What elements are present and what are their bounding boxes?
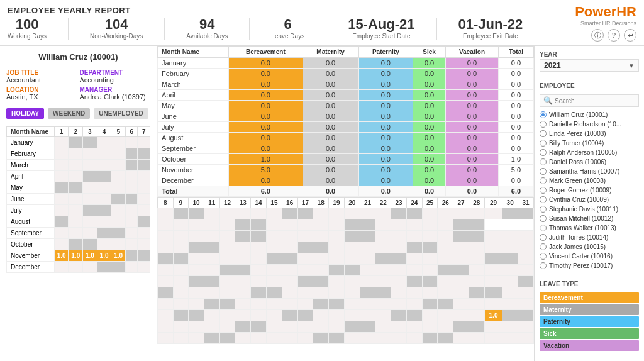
paternity-cell: 0.0: [358, 122, 413, 133]
center-area: Month Name Bereavement Maternity Paterni…: [157, 46, 534, 361]
cal-day-header-26: 26: [438, 198, 453, 208]
emp-radio[interactable]: [540, 187, 547, 194]
leave-table-row: November 5.0 0.0 0.0 0.0 0.0 5.0: [158, 165, 534, 175]
manager-label: MANAGER: [80, 86, 151, 93]
cal-cell: [189, 333, 204, 344]
month-cell: June: [158, 111, 229, 122]
emp-radio[interactable]: [540, 121, 547, 128]
employee-list-item[interactable]: Thomas Walker (10013): [540, 224, 639, 232]
brand-name: PowerHR: [575, 4, 636, 20]
employee-list-item[interactable]: Billy Turner (10004): [540, 139, 639, 147]
cal-cell: [313, 276, 329, 287]
cal-cell: [83, 239, 97, 250]
cal-cell: [297, 208, 313, 219]
cal-cell: [422, 231, 438, 242]
employee-list-item[interactable]: Ralph Anderson (10005): [540, 148, 639, 157]
cal-cell: [173, 310, 189, 321]
unemployed-button[interactable]: UNEMPLOYED: [94, 108, 148, 119]
cal-cell: [54, 171, 69, 182]
leave-type-item[interactable]: Sick: [540, 328, 639, 339]
cal-cell: [54, 262, 69, 273]
employee-search-input[interactable]: [555, 97, 635, 104]
cal-cell: [204, 219, 219, 231]
cal-cell: [204, 242, 219, 253]
employee-list-item[interactable]: Daniel Ross (10006): [540, 158, 639, 166]
emp-radio[interactable]: [540, 140, 547, 147]
cal-day-header-15: 15: [267, 198, 282, 208]
employee-list-item[interactable]: Mark Green (10008): [540, 177, 639, 185]
month-name-cell: June: [7, 194, 55, 205]
cal-day-header-17: 17: [297, 198, 313, 208]
brand: PowerHR Smarter HR Decisions ⓘ ? ↩: [575, 4, 636, 42]
employee-list-item[interactable]: William Cruz (10001): [540, 111, 639, 119]
cal-cell: [375, 219, 391, 231]
emp-radio[interactable]: [540, 215, 547, 222]
month-name-cell: January: [7, 137, 55, 148]
emp-radio[interactable]: [540, 234, 547, 241]
emp-radio[interactable]: [540, 196, 547, 203]
employee-list-item[interactable]: Roger Gomez (10009): [540, 186, 639, 194]
employee-list-item[interactable]: Danielle Richardson (10...: [540, 120, 639, 128]
cal-cell: [484, 287, 502, 299]
leave-type-item[interactable]: Maternity: [540, 304, 639, 315]
vacation-cell: 0.0: [446, 165, 499, 175]
emp-radio[interactable]: [540, 225, 547, 231]
cal-cell: [313, 253, 329, 265]
employee-search-box[interactable]: 🔍: [540, 94, 639, 107]
emp-radio[interactable]: [540, 130, 547, 137]
emp-radio[interactable]: [540, 177, 547, 184]
holiday-button[interactable]: HOLIDAY: [6, 108, 44, 119]
emp-radio[interactable]: [540, 262, 547, 269]
cal-cell: [297, 287, 313, 299]
cal-cell: [83, 160, 97, 171]
emp-radio[interactable]: [540, 149, 547, 156]
cal-day-header-11: 11: [204, 198, 219, 208]
leave-type-item[interactable]: Vacation: [540, 340, 639, 351]
emp-radio[interactable]: [540, 168, 547, 175]
employee-list-item[interactable]: Vincent Carter (10016): [540, 252, 639, 260]
cal-cell: [360, 231, 375, 242]
employee-list-item[interactable]: Stephanie Davis (10011): [540, 205, 639, 213]
cal-cell: [173, 299, 189, 310]
cal-cell: [69, 171, 83, 182]
cal-day-header-8: 8: [158, 198, 174, 208]
cal-cell: [469, 333, 484, 344]
cal-cell: [267, 242, 282, 253]
year-select[interactable]: 2021 ▼: [540, 59, 639, 72]
leave-type-item[interactable]: Bereavement: [540, 292, 639, 303]
cal-header-6: 6: [126, 127, 138, 137]
vacation-cell: 0.0: [446, 143, 499, 154]
employee-list-item[interactable]: Cynthia Cruz (10009): [540, 196, 639, 204]
col-month: Month Name: [158, 47, 229, 58]
employee-list-item[interactable]: Timothy Perez (10017): [540, 262, 639, 270]
weekend-button[interactable]: WEEKEND: [48, 108, 90, 119]
emp-radio[interactable]: [540, 243, 547, 250]
maternity-cell: 0.0: [303, 165, 358, 175]
total-cell: 0.0: [498, 133, 533, 143]
emp-radio[interactable]: [540, 111, 547, 118]
cal-cell: [406, 321, 422, 333]
cal-cell: [83, 216, 97, 228]
cal-cell: [453, 276, 469, 287]
leave-table-row: April 0.0 0.0 0.0 0.0 0.0 0.0: [158, 90, 534, 101]
employee-list-item[interactable]: Samantha Harris (10007): [540, 167, 639, 175]
month-cell: November: [158, 165, 229, 175]
employee-list-item[interactable]: Susan Mitchell (10012): [540, 214, 639, 223]
emp-radio[interactable]: [540, 158, 547, 165]
employee-list-item[interactable]: Jack James (10015): [540, 243, 639, 251]
info-icon[interactable]: ⓘ: [591, 29, 604, 42]
start-date-value: 15-Aug-21: [348, 18, 414, 31]
back-icon[interactable]: ↩: [624, 29, 636, 42]
cal-cell: [111, 262, 126, 273]
cal-row: [157, 219, 534, 231]
leave-type-item[interactable]: Paternity: [540, 316, 639, 327]
help-icon[interactable]: ?: [608, 29, 620, 42]
job-title-label: JOB TITLE: [6, 69, 77, 76]
cal-cell: [267, 265, 282, 276]
employee-list-item[interactable]: Judith Torres (10014): [540, 233, 639, 242]
emp-radio[interactable]: [540, 206, 547, 213]
cal-cell: [282, 310, 297, 321]
employee-list-item[interactable]: Linda Perez (10003): [540, 130, 639, 138]
emp-name: Vincent Carter (10016): [549, 253, 613, 260]
emp-radio[interactable]: [540, 253, 547, 260]
